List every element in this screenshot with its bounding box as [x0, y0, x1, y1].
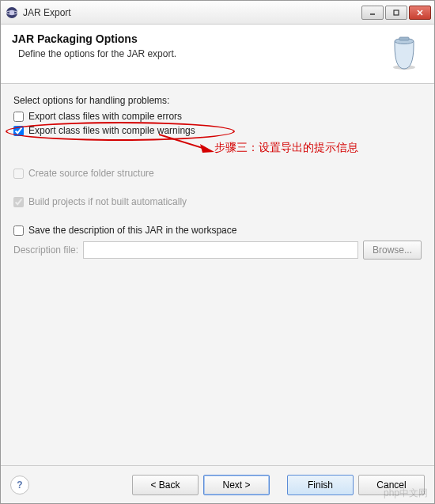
- cancel-button[interactable]: Cancel: [358, 475, 425, 495]
- svg-rect-9: [399, 37, 409, 40]
- browse-button: Browse...: [363, 241, 422, 260]
- save-description-label: Save the description of this JAR in the …: [28, 225, 236, 236]
- export-warnings-label: Export class files with compile warnings: [28, 125, 195, 136]
- export-errors-row: Export class files with compile errors: [13, 111, 422, 122]
- build-projects-label: Build projects if not built automaticall…: [28, 196, 187, 207]
- back-button[interactable]: < Back: [132, 475, 199, 495]
- create-source-folder-row: Create source folder structure: [13, 168, 422, 179]
- wizard-footer: ? < Back Next > Finish Cancel: [1, 465, 434, 503]
- svg-point-2: [9, 9, 14, 14]
- description-file-row: Description file: Browse...: [13, 241, 422, 260]
- create-source-folder-label: Create source folder structure: [28, 168, 154, 179]
- export-warnings-checkbox[interactable]: [13, 126, 24, 136]
- problems-section-label: Select options for handling problems:: [13, 95, 422, 106]
- next-button[interactable]: Next >: [203, 475, 270, 495]
- page-title: JAR Packaging Options: [12, 32, 377, 45]
- build-projects-checkbox: [13, 197, 24, 207]
- close-button[interactable]: [409, 6, 431, 20]
- build-projects-row: Build projects if not built automaticall…: [13, 196, 422, 207]
- svg-rect-4: [394, 10, 399, 15]
- maximize-button[interactable]: [385, 6, 407, 20]
- help-icon: ?: [17, 479, 22, 491]
- export-warnings-row: Export class files with compile warnings: [13, 125, 422, 136]
- finish-button[interactable]: Finish: [287, 475, 354, 495]
- minimize-button[interactable]: [361, 6, 384, 20]
- help-button[interactable]: ?: [10, 476, 29, 495]
- description-file-label: Description file:: [13, 244, 78, 256]
- export-errors-label: Export class files with compile errors: [28, 111, 182, 122]
- titlebar: JAR Export: [1, 1, 434, 25]
- save-description-checkbox[interactable]: [13, 225, 24, 236]
- save-description-row: Save the description of this JAR in the …: [13, 225, 422, 236]
- jar-icon: [385, 34, 423, 72]
- eclipse-icon: [6, 6, 18, 19]
- create-source-folder-checkbox: [13, 169, 24, 179]
- wizard-banner: JAR Packaging Options Define the options…: [1, 25, 434, 84]
- window-controls: [361, 6, 431, 20]
- content-area: Select options for handling problems: Ex…: [1, 84, 434, 479]
- export-errors-checkbox[interactable]: [13, 112, 24, 122]
- page-subtitle: Define the options for the JAR export.: [18, 48, 377, 59]
- description-file-input: [83, 241, 358, 259]
- window-title: JAR Export: [23, 7, 361, 18]
